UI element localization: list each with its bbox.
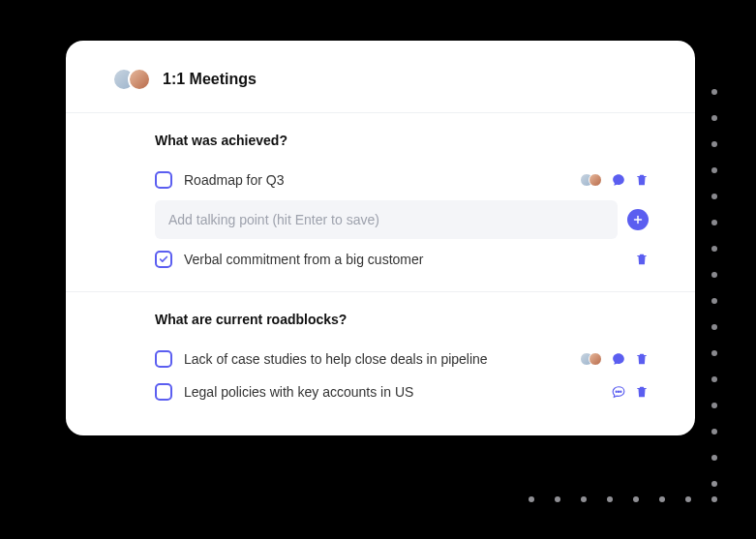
meetings-card: 1:1 Meetings What was achieved? Roadmap …	[66, 41, 695, 435]
talking-point-row: Legal policies with key accounts in US	[155, 375, 649, 408]
avatar	[589, 352, 602, 366]
talking-point-row: Verbal commitment from a big customer	[155, 243, 649, 276]
checkbox[interactable]	[155, 171, 172, 189]
avatar	[589, 173, 602, 187]
add-button[interactable]	[627, 209, 649, 230]
row-meta	[635, 253, 649, 266]
decorative-dots-horizontal	[529, 496, 717, 502]
avatar	[128, 68, 151, 91]
section-achieved: What was achieved? Roadmap for Q3	[66, 113, 695, 276]
trash-icon[interactable]	[635, 385, 649, 399]
section-roadblocks: What are current roadblocks? Lack of cas…	[66, 291, 695, 408]
checkbox[interactable]	[155, 383, 172, 401]
row-meta	[580, 352, 649, 366]
trash-icon[interactable]	[635, 253, 649, 266]
checkbox[interactable]	[155, 251, 172, 268]
row-avatars	[580, 352, 602, 366]
svg-point-4	[620, 391, 621, 392]
svg-point-3	[618, 391, 619, 392]
section-title: What was achieved?	[155, 133, 649, 148]
chat-icon[interactable]	[612, 352, 625, 366]
add-point-row	[155, 200, 649, 239]
trash-icon[interactable]	[635, 352, 649, 366]
chat-icon[interactable]	[612, 173, 625, 187]
talking-point-row: Roadmap for Q3	[155, 164, 649, 196]
row-meta	[612, 385, 649, 399]
add-point-input[interactable]	[155, 200, 618, 239]
section-title: What are current roadblocks?	[155, 312, 649, 327]
talking-point-text[interactable]: Lack of case studies to help close deals…	[184, 351, 568, 367]
talking-point-text[interactable]: Roadmap for Q3	[184, 172, 568, 188]
row-meta	[580, 173, 649, 187]
checkbox[interactable]	[155, 350, 172, 368]
chat-icon[interactable]	[612, 385, 625, 399]
card-header: 1:1 Meetings	[66, 41, 695, 113]
talking-point-text[interactable]: Legal policies with key accounts in US	[184, 384, 600, 400]
talking-point-text[interactable]: Verbal commitment from a big customer	[184, 252, 623, 267]
svg-point-2	[616, 391, 617, 392]
trash-icon[interactable]	[635, 173, 649, 187]
talking-point-row: Lack of case studies to help close deals…	[155, 343, 649, 375]
header-avatars	[112, 68, 151, 91]
row-avatars	[580, 173, 602, 187]
decorative-dots-vertical	[711, 89, 717, 487]
page-title: 1:1 Meetings	[163, 71, 257, 88]
